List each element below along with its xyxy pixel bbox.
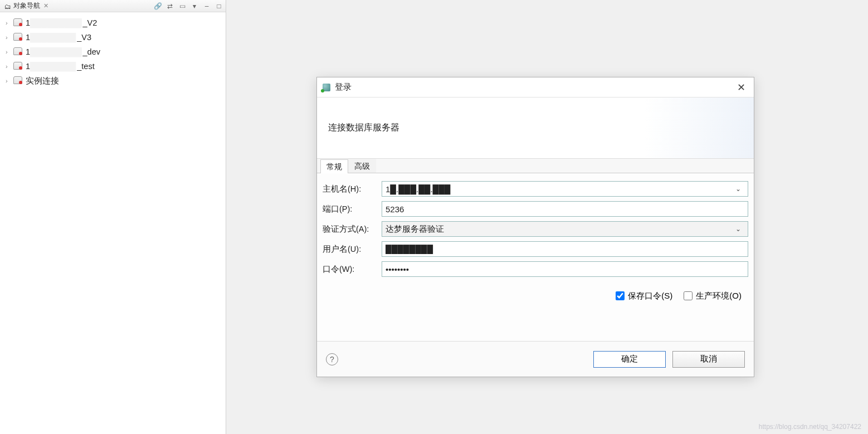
password-label: 口令(W): — [323, 264, 378, 275]
auth-combo[interactable]: 达梦服务器验证 ⌄ — [382, 221, 748, 237]
chevron-down-icon[interactable]: ⌄ — [732, 225, 744, 233]
expand-icon[interactable]: › — [6, 63, 12, 70]
save-password-label: 保存口令(S) — [628, 291, 672, 301]
expand-icon[interactable]: › — [6, 77, 12, 84]
host-label: 主机名(H): — [323, 184, 378, 194]
watermark: https://blog.csdn.net/qq_34207422 — [759, 423, 861, 431]
tree-item-label: 1█████████_V2 — [26, 18, 97, 27]
tab-general[interactable]: 常规 — [320, 159, 348, 173]
prod-env-label: 生产环境(O) — [696, 291, 742, 301]
app-icon — [321, 82, 331, 92]
dialog-banner-text: 连接数据库服务器 — [328, 122, 399, 134]
host-value: 1█.███.██.███ — [386, 184, 451, 194]
object-navigator-panel: 🗂 对象导航 ✕ 🔗 ⇄ ▭ ▾ – □ ›1█████████_V2›1███… — [0, 0, 226, 434]
sidebar-header: 🗂 对象导航 ✕ 🔗 ⇄ ▭ ▾ – □ — [0, 0, 226, 12]
user-input[interactable] — [382, 241, 748, 257]
expand-icon[interactable]: › — [6, 34, 12, 41]
prod-env-toggle[interactable]: 生产环境(O) — [684, 291, 742, 301]
collapse-icon[interactable]: ⇄ — [165, 2, 174, 11]
link-icon[interactable]: 🔗 — [153, 2, 162, 11]
tree-item[interactable]: ›1████████_V3 — [2, 30, 223, 45]
dialog-tabs: 常规 高级 — [317, 159, 754, 173]
sidebar-close-icon[interactable]: ✕ — [43, 2, 48, 9]
tree-item[interactable]: ›1█████████_V2 — [2, 16, 223, 30]
port-label: 端口(P): — [323, 204, 378, 214]
close-icon[interactable]: ✕ — [733, 79, 749, 96]
view-icon[interactable]: ▭ — [178, 2, 187, 11]
help-icon[interactable]: ? — [326, 353, 338, 365]
minimize-icon[interactable]: – — [202, 2, 211, 11]
sidebar-toolbar: 🔗 ⇄ ▭ ▾ – □ — [153, 2, 223, 11]
tree-item[interactable]: ›1█████████_dev — [2, 45, 223, 59]
save-password-checkbox[interactable] — [616, 291, 625, 300]
tree-item-label: 1████████_V3 — [26, 33, 91, 42]
expand-icon[interactable]: › — [6, 19, 12, 26]
dialog-title: 登录 — [335, 82, 352, 92]
dialog-footer: ? 确定 取消 — [317, 341, 754, 377]
login-dialog: 登录 ✕ 连接数据库服务器 常规 高级 主机名(H): 1█.███.██.██… — [316, 77, 754, 377]
database-icon — [13, 62, 22, 71]
cancel-button[interactable]: 取消 — [672, 351, 745, 368]
database-icon — [13, 47, 22, 56]
object-tree[interactable]: ›1█████████_V2›1████████_V3›1█████████_d… — [0, 12, 226, 91]
database-icon — [13, 18, 22, 27]
tree-item[interactable]: ›1████████_test — [2, 59, 223, 74]
menu-icon[interactable]: ▾ — [190, 2, 199, 11]
tree-item-label: 1█████████_dev — [26, 47, 100, 56]
ok-button[interactable]: 确定 — [593, 351, 666, 368]
auth-label: 验证方式(A): — [323, 224, 378, 235]
database-icon — [13, 33, 22, 42]
user-label: 用户名(U): — [323, 244, 378, 255]
database-icon — [13, 76, 22, 85]
maximize-icon[interactable]: □ — [214, 2, 223, 11]
tree-item-label: 1████████_test — [26, 62, 95, 71]
sidebar-title: 对象导航 — [13, 1, 40, 11]
tree-item-label: 实例连接 — [26, 76, 59, 86]
login-form: 主机名(H): 1█.███.██.███ ⌄ 端口(P): 验证方式(A): … — [317, 173, 754, 315]
save-password-toggle[interactable]: 保存口令(S) — [616, 291, 672, 301]
auth-value: 达梦服务器验证 — [386, 224, 444, 235]
tree-icon: 🗂 — [4, 3, 11, 9]
chevron-down-icon[interactable]: ⌄ — [732, 185, 744, 193]
dialog-titlebar: 登录 ✕ — [317, 77, 754, 97]
password-input[interactable] — [382, 261, 748, 277]
expand-icon[interactable]: › — [6, 48, 12, 55]
port-input[interactable] — [382, 201, 748, 217]
prod-env-checkbox[interactable] — [684, 291, 693, 300]
host-combo[interactable]: 1█.███.██.███ ⌄ — [382, 181, 748, 197]
dialog-banner: 连接数据库服务器 — [317, 97, 754, 159]
tree-item[interactable]: ›实例连接 — [2, 74, 223, 88]
tab-advanced[interactable]: 高级 — [348, 159, 376, 173]
